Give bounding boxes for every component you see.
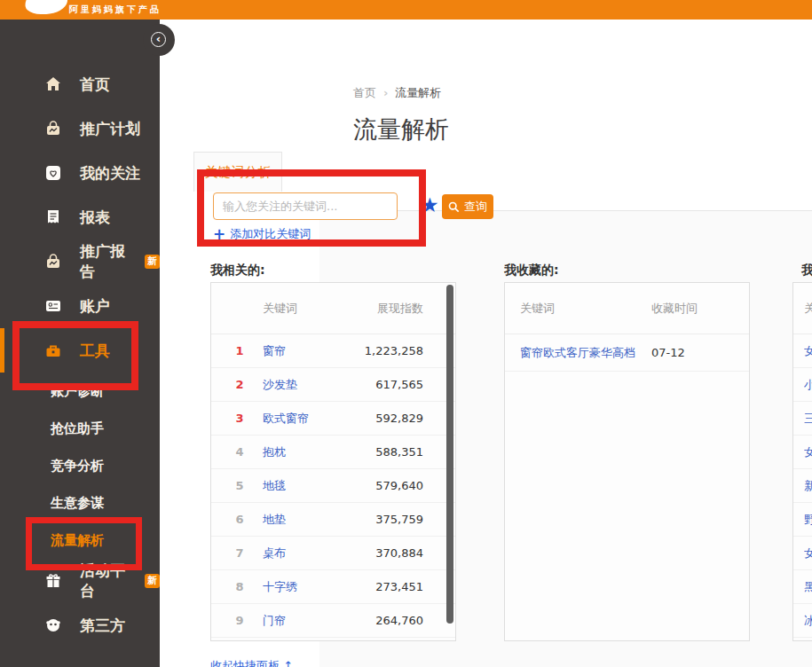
table-row: 小 xyxy=(793,368,812,402)
favorite-star-icon[interactable]: ★ xyxy=(421,193,439,216)
keyword-link[interactable]: 女 xyxy=(804,444,812,460)
sidebar-item-label: 活动平台 xyxy=(80,561,138,601)
breadcrumb: 首页›流量解析 xyxy=(353,85,441,101)
table-scrollbar[interactable] xyxy=(446,285,453,624)
related-keywords-table: 关键词 展现指数 1窗帘1,223,258 2沙发垫617,565 3欧式窗帘5… xyxy=(210,282,456,641)
breadcrumb-separator-icon: › xyxy=(383,86,388,99)
tab-keyword-analysis[interactable]: 关键词分析 xyxy=(193,152,282,192)
report-sheet-icon xyxy=(44,208,62,226)
sidebar-item-label: 竞争分析 xyxy=(51,458,104,475)
keyword-link[interactable]: 小 xyxy=(804,377,812,393)
keyword-link[interactable]: 门帘 xyxy=(263,613,358,629)
sidebar-item-business-advisor[interactable]: 生意参谋 xyxy=(0,484,160,522)
sidebar-item-account-diagnosis[interactable]: 账户诊断 xyxy=(0,373,160,410)
table-row: 窗帘欧式客厅豪华高档 07-12 xyxy=(505,334,749,372)
table-row: 女 xyxy=(793,436,812,469)
promo-report-bag-icon xyxy=(44,253,62,271)
table-header-row: 关 xyxy=(793,283,812,334)
table-row: 6地垫375,759 xyxy=(211,503,455,537)
column-header-keyword: 关 xyxy=(804,301,812,317)
sidebar-nav: 首页 推广计划 我的关注 报表 推广报告 新 账户 xyxy=(0,62,160,647)
keyword-link[interactable]: 地垫 xyxy=(263,512,358,528)
query-button[interactable]: 查询 xyxy=(442,194,493,219)
keyword-link[interactable]: 野 xyxy=(804,512,812,528)
add-compare-keyword-link[interactable]: + 添加对比关键词 xyxy=(213,226,311,242)
keyword-link[interactable]: 黑 xyxy=(804,579,812,595)
table-row: 女 xyxy=(793,334,812,368)
keyword-search-input[interactable] xyxy=(213,192,398,220)
metric-value: 1,223,258 xyxy=(358,344,455,357)
robot-icon xyxy=(44,616,62,634)
sidebar-item-tools[interactable]: 工具 xyxy=(0,328,160,373)
table-row: 7桌布370,884 xyxy=(211,537,455,570)
keyword-link[interactable]: 十字绣 xyxy=(263,579,358,595)
table-row: 3欧式窗帘592,829 xyxy=(211,402,455,436)
home-icon xyxy=(44,75,62,93)
sidebar-item-reports[interactable]: 报表 xyxy=(0,195,160,239)
sidebar-item-competition-analysis[interactable]: 竞争分析 xyxy=(0,447,160,484)
sidebar-item-label: 报表 xyxy=(80,208,110,228)
sidebar-item-my-watchlist[interactable]: 我的关注 xyxy=(0,151,160,195)
top-brand-bar: 阿里妈妈旗下产品 xyxy=(0,0,812,20)
favorite-keywords-table: 关键词 收藏时间 窗帘欧式客厅豪华高档 07-12 xyxy=(504,282,750,641)
add-compare-label: 添加对比关键词 xyxy=(230,226,311,242)
sidebar-item-traffic-analysis[interactable]: 流量解析 xyxy=(0,522,160,559)
metric-value: 617,565 xyxy=(358,378,455,391)
new-badge: 新 xyxy=(145,255,160,269)
sidebar-item-account[interactable]: 账户 xyxy=(0,284,160,328)
sidebar-item-label: 推广计划 xyxy=(80,119,140,139)
third-section-label: 我 xyxy=(801,263,812,279)
breadcrumb-current: 流量解析 xyxy=(395,86,441,99)
breadcrumb-home[interactable]: 首页 xyxy=(353,86,376,99)
sidebar: ‹ 首页 推广计划 我的关注 报表 推广报告 新 xyxy=(0,20,160,667)
sidebar-item-label: 推广报告 xyxy=(80,241,138,282)
third-keywords-table: 关 女 小 三 女 新 野 女 黑 冰 xyxy=(792,282,812,641)
toolbox-icon xyxy=(44,341,62,359)
column-header-metric: 展现指数 xyxy=(338,301,455,317)
sidebar-item-third-party[interactable]: 第三方 xyxy=(0,603,160,647)
rank-number: 1 xyxy=(231,344,248,357)
table-row: 三 xyxy=(793,402,812,436)
column-header-time: 收藏时间 xyxy=(651,301,749,317)
keyword-link[interactable]: 三 xyxy=(804,411,812,427)
keyword-link[interactable]: 冰 xyxy=(804,613,812,629)
favorite-time: 07-12 xyxy=(651,346,749,359)
sidebar-item-label: 我的关注 xyxy=(80,163,140,184)
table-row: 9门帘264,760 xyxy=(211,604,455,638)
collapse-quick-panel-link[interactable]: 收起快捷面板 ↑ xyxy=(210,658,293,667)
keyword-link[interactable]: 新 xyxy=(804,478,812,494)
keyword-link[interactable]: 女 xyxy=(804,343,812,359)
table-row: 8十字绣273,451 xyxy=(211,570,455,604)
app-root: 阿里妈妈旗下产品 首页›流量解析 流量解析 关键词分析 ★ 查询 + 添加对比关… xyxy=(0,0,812,667)
sidebar-item-activity-platform[interactable]: 活动平台 新 xyxy=(0,559,160,603)
keyword-link[interactable]: 桌布 xyxy=(263,545,358,561)
keyword-link[interactable]: 窗帘欧式客厅豪华高档 xyxy=(520,345,651,361)
keyword-link[interactable]: 地毯 xyxy=(263,478,358,494)
table-row: 5地毯579,640 xyxy=(211,469,455,503)
keyword-link[interactable]: 女 xyxy=(804,545,812,561)
metric-value: 588,351 xyxy=(358,445,455,459)
keyword-link[interactable]: 沙发垫 xyxy=(263,377,358,393)
metric-value: 370,884 xyxy=(358,546,455,560)
keyword-link[interactable]: 欧式窗帘 xyxy=(263,411,358,427)
metric-value: 273,451 xyxy=(358,580,455,593)
id-card-icon xyxy=(44,297,62,315)
sidebar-item-label: 工具 xyxy=(80,341,110,361)
page-title: 流量解析 xyxy=(353,114,449,145)
metric-value: 579,640 xyxy=(358,479,455,492)
sidebar-item-rank-assistant[interactable]: 抢位助手 xyxy=(0,410,160,447)
sidebar-item-promo-report[interactable]: 推广报告 新 xyxy=(0,239,160,284)
table-row: 黑 xyxy=(793,570,812,604)
keyword-link[interactable]: 抱枕 xyxy=(263,444,358,460)
table-row: 1窗帘1,223,258 xyxy=(211,334,455,368)
sidebar-item-home[interactable]: 首页 xyxy=(0,62,160,106)
metric-value: 264,760 xyxy=(358,614,455,627)
campaign-bag-icon xyxy=(44,120,62,137)
sidebar-item-campaigns[interactable]: 推广计划 xyxy=(0,106,160,151)
gift-icon xyxy=(44,572,62,590)
brand-caption: 阿里妈妈旗下产品 xyxy=(69,4,162,16)
sidebar-collapse-button[interactable]: ‹ xyxy=(143,24,175,56)
sidebar-item-label: 第三方 xyxy=(80,616,125,636)
keyword-link[interactable]: 窗帘 xyxy=(263,343,358,359)
rank-number: 3 xyxy=(231,412,248,425)
